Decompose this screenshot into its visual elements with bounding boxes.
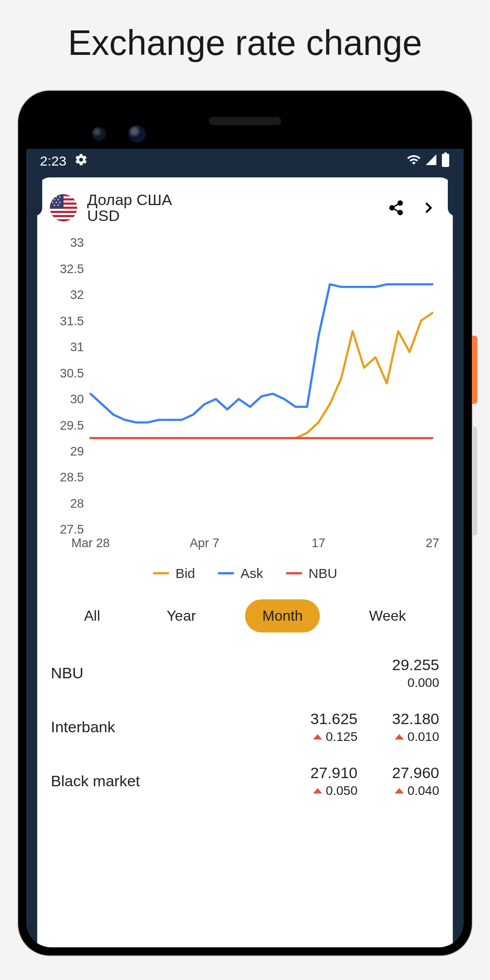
svg-point-10 bbox=[59, 196, 61, 197]
status-bar: 2:23 bbox=[26, 149, 464, 174]
rate-row-interbank[interactable]: Interbank 31.625 0.125 32.180 0.010 bbox=[42, 700, 448, 754]
rate-change: 0.125 bbox=[276, 730, 358, 744]
svg-text:30: 30 bbox=[70, 392, 84, 406]
svg-rect-6 bbox=[50, 217, 77, 219]
svg-point-20 bbox=[398, 211, 402, 215]
rate-value: 27.910 bbox=[276, 764, 358, 782]
svg-text:Mar 28: Mar 28 bbox=[71, 535, 110, 549]
next-button[interactable] bbox=[417, 196, 440, 219]
svg-rect-7 bbox=[50, 194, 64, 209]
rate-value: 32.180 bbox=[358, 710, 439, 728]
rate-change: 0.040 bbox=[358, 784, 439, 798]
tab-year[interactable]: Year bbox=[149, 599, 213, 632]
svg-text:31.5: 31.5 bbox=[60, 314, 84, 328]
volume-button bbox=[472, 426, 477, 535]
arrow-up-icon bbox=[395, 734, 404, 740]
status-time: 2:23 bbox=[40, 153, 66, 169]
currency-name: Долар США bbox=[87, 191, 375, 209]
phone-speaker bbox=[209, 117, 281, 125]
period-tabs: All Year Month Week bbox=[37, 595, 453, 646]
power-button bbox=[472, 336, 477, 404]
arrow-up-icon bbox=[395, 788, 404, 794]
svg-point-9 bbox=[56, 196, 57, 197]
tab-week[interactable]: Week bbox=[352, 599, 423, 632]
legend-nbu: NBU bbox=[286, 566, 337, 581]
rate-value: 27.960 bbox=[358, 764, 439, 782]
rate-value: 31.625 bbox=[276, 710, 358, 728]
rates-list: NBU 29.255 0.000 Interbank 31.625 0. bbox=[37, 646, 453, 808]
svg-text:17: 17 bbox=[312, 535, 325, 549]
rate-change: 0.000 bbox=[358, 676, 439, 690]
svg-text:Apr 7: Apr 7 bbox=[190, 535, 219, 549]
svg-point-19 bbox=[390, 206, 394, 210]
rate-name: Black market bbox=[51, 772, 276, 790]
svg-text:31: 31 bbox=[70, 340, 84, 354]
rate-value: 29.255 bbox=[358, 656, 439, 674]
svg-text:29: 29 bbox=[70, 444, 84, 458]
chart[interactable]: 27.52828.52929.53030.53131.53232.533Mar … bbox=[37, 234, 453, 560]
svg-rect-5 bbox=[50, 213, 77, 215]
svg-point-14 bbox=[56, 201, 57, 203]
battery-icon bbox=[441, 152, 450, 170]
svg-text:32.5: 32.5 bbox=[60, 262, 84, 276]
card-header: Долар США USD bbox=[37, 177, 453, 234]
svg-point-12 bbox=[58, 199, 59, 200]
wifi-icon bbox=[407, 152, 421, 170]
currency-code: USD bbox=[87, 207, 375, 225]
svg-text:27: 27 bbox=[426, 535, 439, 549]
svg-text:28: 28 bbox=[70, 496, 84, 510]
rate-change: 0.050 bbox=[276, 784, 358, 798]
rate-name: NBU bbox=[51, 664, 276, 682]
share-button[interactable] bbox=[385, 196, 407, 219]
phone-frame: 2:23 bbox=[18, 91, 472, 956]
usa-flag-icon bbox=[50, 194, 77, 221]
page-title: Exchange rate change bbox=[0, 0, 490, 77]
svg-point-11 bbox=[54, 199, 55, 200]
legend-ask: Ask bbox=[218, 566, 263, 581]
currency-card: Долар США USD 27.52828.52929.53030.53131… bbox=[37, 177, 453, 947]
rate-name: Interbank bbox=[51, 718, 276, 736]
arrow-up-icon bbox=[313, 788, 322, 794]
tab-month[interactable]: Month bbox=[245, 599, 320, 632]
svg-text:33: 33 bbox=[70, 238, 84, 250]
svg-text:27.5: 27.5 bbox=[60, 522, 84, 536]
phone-camera bbox=[128, 125, 146, 142]
svg-line-21 bbox=[394, 204, 398, 206]
svg-point-16 bbox=[54, 204, 55, 206]
tab-all[interactable]: All bbox=[67, 599, 118, 632]
arrow-up-icon bbox=[313, 734, 322, 740]
legend-bid: Bid bbox=[153, 566, 195, 581]
svg-text:28.5: 28.5 bbox=[60, 470, 84, 484]
signal-icon bbox=[425, 153, 437, 169]
phone-camera bbox=[92, 127, 106, 141]
svg-text:29.5: 29.5 bbox=[60, 418, 84, 432]
gear-icon bbox=[74, 153, 88, 170]
svg-point-15 bbox=[59, 201, 61, 203]
rate-change: 0.010 bbox=[358, 730, 439, 744]
svg-point-8 bbox=[52, 196, 54, 197]
svg-point-17 bbox=[58, 204, 59, 206]
rate-row-nbu[interactable]: NBU 29.255 0.000 bbox=[42, 646, 448, 700]
svg-line-22 bbox=[394, 209, 398, 211]
svg-text:32: 32 bbox=[70, 288, 84, 302]
svg-text:30.5: 30.5 bbox=[60, 366, 84, 380]
svg-point-13 bbox=[52, 201, 54, 203]
chart-legend: Bid Ask NBU bbox=[37, 560, 453, 595]
rate-row-black-market[interactable]: Black market 27.910 0.050 27.960 0.040 bbox=[42, 754, 448, 808]
svg-point-18 bbox=[398, 201, 402, 205]
svg-rect-4 bbox=[50, 209, 77, 211]
